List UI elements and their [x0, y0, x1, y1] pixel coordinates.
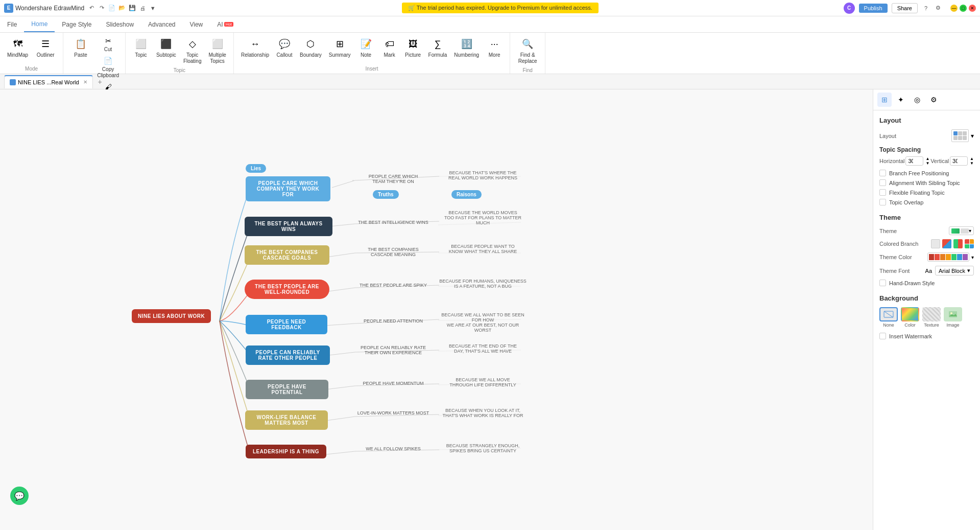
- tab-view[interactable]: View: [182, 16, 210, 32]
- node-people-potential[interactable]: PEOPLE HAVE POTENTIAL: [246, 380, 328, 399]
- minimize-btn[interactable]: —: [950, 5, 958, 12]
- horizontal-stepper[interactable]: ▲▼: [925, 156, 929, 166]
- flexible-float-check[interactable]: [879, 189, 886, 196]
- raisons-tag[interactable]: Raisons: [451, 191, 482, 198]
- help-btn[interactable]: ?: [922, 4, 930, 12]
- panel-tab-settings[interactable]: ⚙: [926, 93, 941, 107]
- find-replace-btn[interactable]: 🔍 Find &Replace: [514, 35, 541, 66]
- new-btn[interactable]: 📄: [108, 4, 116, 12]
- theme-color-arrow[interactable]: ▾: [971, 255, 974, 260]
- topic-overlap-check[interactable]: [879, 199, 886, 205]
- canvas[interactable]: NINE LIES ABOUT WORK Lies PEOPLE CARE WH…: [0, 89, 873, 530]
- user-avatar[interactable]: C: [844, 3, 855, 14]
- panel-tab-location[interactable]: ◎: [910, 93, 924, 107]
- picture-label: Picture: [405, 52, 421, 58]
- flexible-float-checkbox[interactable]: Flexible Floating Topic: [879, 189, 974, 196]
- node-leadership[interactable]: LEADERSHIP IS A THING: [246, 445, 326, 458]
- tab-ai[interactable]: AI Hot: [210, 16, 241, 32]
- settings-btn[interactable]: ⚙: [934, 4, 942, 12]
- close-btn[interactable]: ✕: [969, 5, 976, 12]
- tab-slideshow[interactable]: Slideshow: [99, 16, 141, 32]
- panel-tab-layout[interactable]: ⊞: [877, 93, 892, 107]
- tab-home[interactable]: Home: [24, 16, 55, 32]
- hand-drawn-check[interactable]: [879, 280, 886, 286]
- bg-none[interactable]: None: [879, 307, 898, 328]
- node-best-plan[interactable]: THE BEST PLAN ALWAYS WINS: [245, 217, 332, 236]
- node-best-companies[interactable]: THE BEST COMPANIESCASCADE GOALS: [245, 245, 329, 265]
- tab-close-btn[interactable]: ✕: [83, 79, 87, 85]
- open-btn[interactable]: 📂: [118, 4, 126, 12]
- subtopic-btn[interactable]: ⬛ Subtopic: [153, 35, 179, 60]
- undo-btn[interactable]: ↶: [87, 4, 95, 12]
- node-people-care[interactable]: PEOPLE CARE WHICHCOMPANY THEY WORK FOR: [246, 176, 330, 201]
- truths-tag[interactable]: Truths: [373, 191, 399, 198]
- sibling-align-checkbox[interactable]: Alignment With Sibling Topic: [879, 179, 974, 186]
- bg-color-box[interactable]: [901, 307, 919, 321]
- formula-btn[interactable]: ∑ Formula: [425, 35, 450, 60]
- node-work-life[interactable]: WORK-LIFE BALANCEMATTERS MOST: [245, 410, 328, 430]
- redo-btn[interactable]: ↷: [98, 4, 106, 12]
- central-node[interactable]: NINE LIES ABOUT WORK: [132, 309, 211, 323]
- tab-nine-lies[interactable]: NINE LIES ...Real World ✕: [4, 75, 93, 88]
- font-dropdown[interactable]: Arial Block ▾: [935, 266, 974, 275]
- layout-dropdown-arrow[interactable]: ▾: [971, 132, 974, 140]
- cut-btn[interactable]: ✂ Cut: [95, 35, 121, 54]
- horizontal-input[interactable]: [905, 156, 923, 166]
- callout-btn[interactable]: 💬 Callout: [273, 35, 296, 60]
- note-btn[interactable]: 📝 Note: [355, 35, 377, 60]
- theme-dropdown[interactable]: ▾: [949, 226, 974, 235]
- topic-overlap-checkbox[interactable]: Topic Overlap: [879, 199, 974, 205]
- bg-image[interactable]: Image: [944, 307, 962, 328]
- floating-topic-btn[interactable]: ◇ TopicFloating: [180, 35, 205, 66]
- picture-btn[interactable]: 🖼 Picture: [402, 35, 424, 60]
- trial-notice[interactable]: 🛒 The trial period has expired. Upgrade …: [402, 3, 599, 13]
- tab-page-style[interactable]: Page Style: [55, 16, 99, 32]
- mark-btn[interactable]: 🏷 Mark: [378, 35, 401, 60]
- bg-none-box[interactable]: [879, 307, 898, 321]
- tab-advanced[interactable]: Advanced: [141, 16, 182, 32]
- publish-button[interactable]: Publish: [859, 4, 888, 13]
- copy-btn[interactable]: 📄 CopyClipboard: [95, 55, 121, 80]
- bg-texture-box[interactable]: [922, 307, 941, 321]
- bg-texture[interactable]: Texture: [922, 307, 941, 328]
- numbering-btn[interactable]: 🔢 Numbering: [451, 35, 482, 60]
- node-people-rate[interactable]: PEOPLE CAN RELIABLYRATE OTHER PEOPLE: [246, 345, 330, 365]
- layout-grid-selector[interactable]: [951, 129, 969, 142]
- theme-color-strip[interactable]: [927, 252, 969, 262]
- multiple-topics-btn[interactable]: ⬜ MultipleTopics: [205, 35, 229, 66]
- maximize-btn[interactable]: □: [960, 5, 967, 12]
- topic-btn[interactable]: ⬜ Topic: [130, 35, 152, 60]
- more-insert-btn[interactable]: ··· More: [483, 35, 506, 60]
- branch-free-checkbox[interactable]: Branch Free Positioning: [879, 170, 974, 176]
- chat-bubble[interactable]: 💬: [10, 487, 29, 505]
- node-best-people[interactable]: THE BEST PEOPLE AREWELL-ROUNDED: [245, 280, 329, 299]
- tab-add-btn[interactable]: +: [95, 77, 105, 87]
- hand-drawn-checkbox[interactable]: Hand-Drawn Style: [879, 280, 974, 286]
- share-button[interactable]: Share: [892, 3, 918, 13]
- lies-tag[interactable]: Lies: [246, 165, 266, 172]
- branch-opt-1[interactable]: [931, 239, 940, 248]
- save-btn[interactable]: 💾: [128, 4, 136, 12]
- vertical-stepper[interactable]: ▲▼: [970, 156, 974, 166]
- panel-tab-sparkle[interactable]: ✦: [894, 93, 908, 107]
- more-btn[interactable]: ▼: [149, 4, 157, 12]
- sibling-align-check[interactable]: [879, 179, 886, 186]
- branch-opt-3[interactable]: [953, 239, 963, 248]
- mindmap-btn[interactable]: 🗺 MindMap: [4, 35, 31, 60]
- boundary-btn[interactable]: ⬡ Boundary: [297, 35, 325, 60]
- reason-work-really-for: BECAUSE WHEN YOU LOOK AT IT,THAT'S WHAT …: [438, 408, 528, 418]
- branch-opt-4[interactable]: [965, 239, 974, 248]
- print-btn[interactable]: 🖨: [138, 4, 147, 12]
- vertical-input[interactable]: [950, 156, 968, 166]
- watermark-check[interactable]: [879, 333, 886, 339]
- node-people-feedback[interactable]: PEOPLE NEED FEEDBACK: [246, 315, 327, 334]
- relationship-btn[interactable]: ↔ Relationship: [238, 35, 272, 60]
- paste-btn[interactable]: 📋 Paste: [67, 35, 94, 60]
- tab-file[interactable]: File: [0, 16, 24, 32]
- branch-free-check[interactable]: [879, 170, 886, 176]
- bg-color[interactable]: Color: [901, 307, 919, 328]
- summary-btn[interactable]: ⊞ Summary: [326, 35, 354, 60]
- branch-opt-2[interactable]: [942, 239, 951, 248]
- outliner-btn[interactable]: ☰ Outliner: [32, 35, 59, 60]
- bg-image-box[interactable]: [944, 307, 962, 321]
